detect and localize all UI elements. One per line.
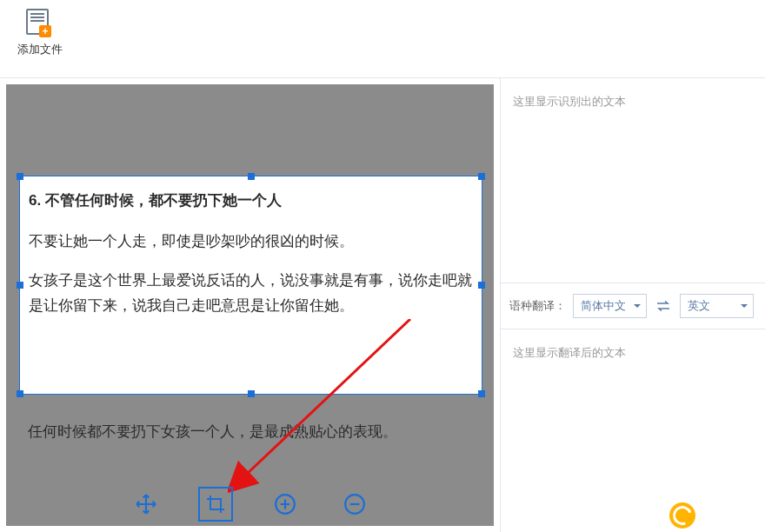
lang-from-select[interactable]: 简体中文: [573, 294, 647, 318]
image-preview[interactable]: 6. 不管任何时候，都不要扔下她一个人 不要让她一个人走，即使是吵架吵的很凶的时…: [6, 84, 494, 526]
add-file-button[interactable]: + 添加文件: [17, 9, 63, 57]
ocr-result-panel: 这里显示识别出的文本: [501, 78, 765, 283]
left-panel: 6. 不管任何时候，都不要扔下她一个人 不要让她一个人走，即使是吵架吵的很凶的时…: [0, 78, 500, 532]
add-file-icon: +: [26, 9, 54, 37]
translate-placeholder: 这里显示翻译后的文本: [513, 346, 626, 359]
lang-to-select[interactable]: 英文: [680, 294, 754, 318]
right-panel: 这里显示识别出的文本 语种翻译： 简体中文 英文 这里显示翻译后的文本: [500, 78, 765, 532]
handle-top-right[interactable]: [478, 173, 485, 180]
translate-label: 语种翻译：: [509, 298, 566, 314]
top-toolbar: + 添加文件: [0, 0, 765, 78]
selection-p2: 女孩子是这个世界上最爱说反话的人，说没事就是有事，说你走吧就是让你留下来，说我自…: [29, 269, 473, 319]
swap-icon: [656, 301, 670, 311]
zoom-out-icon: [343, 493, 366, 515]
zoom-out-button[interactable]: [337, 487, 372, 522]
translate-bar: 语种翻译： 简体中文 英文: [501, 283, 765, 329]
handle-mid-left[interactable]: [17, 282, 23, 289]
handle-mid-right[interactable]: [478, 282, 485, 289]
handle-top-mid[interactable]: [248, 173, 255, 180]
move-tool-button[interactable]: [129, 487, 163, 522]
selection-p1: 不要让她一个人走，即使是吵架吵的很凶的时候。: [29, 229, 473, 255]
watermark: 创新互联: [669, 502, 760, 529]
ocr-placeholder: 这里显示识别出的文本: [513, 95, 626, 108]
selection-box[interactable]: 6. 不管任何时候，都不要扔下她一个人 不要让她一个人走，即使是吵架吵的很凶的时…: [19, 176, 482, 395]
preview-tools: [6, 482, 494, 526]
selection-content: 6. 不管任何时候，都不要扔下她一个人 不要让她一个人走，即使是吵架吵的很凶的时…: [20, 176, 482, 345]
crop-icon: [205, 494, 226, 515]
crop-tool-button[interactable]: [198, 487, 233, 522]
handle-bot-left[interactable]: [17, 390, 23, 397]
add-file-label: 添加文件: [17, 42, 63, 57]
handle-bot-mid[interactable]: [248, 390, 255, 397]
handle-bot-right[interactable]: [478, 390, 485, 397]
main-area: 6. 不管任何时候，都不要扔下她一个人 不要让她一个人走，即使是吵架吵的很凶的时…: [0, 78, 765, 532]
handle-top-left[interactable]: [17, 173, 23, 180]
zoom-in-icon: [274, 493, 296, 515]
zoom-in-button[interactable]: [268, 487, 303, 522]
swap-lang-button[interactable]: [654, 296, 673, 316]
watermark-text: 创新互联: [701, 506, 760, 526]
below-selection-text: 任何时候都不要扔下女孩一个人，是最成熟贴心的表现。: [19, 413, 482, 450]
selection-heading: 6. 不管任何时候，都不要扔下她一个人: [29, 189, 473, 214]
move-icon: [135, 493, 157, 515]
watermark-icon: [669, 502, 695, 529]
